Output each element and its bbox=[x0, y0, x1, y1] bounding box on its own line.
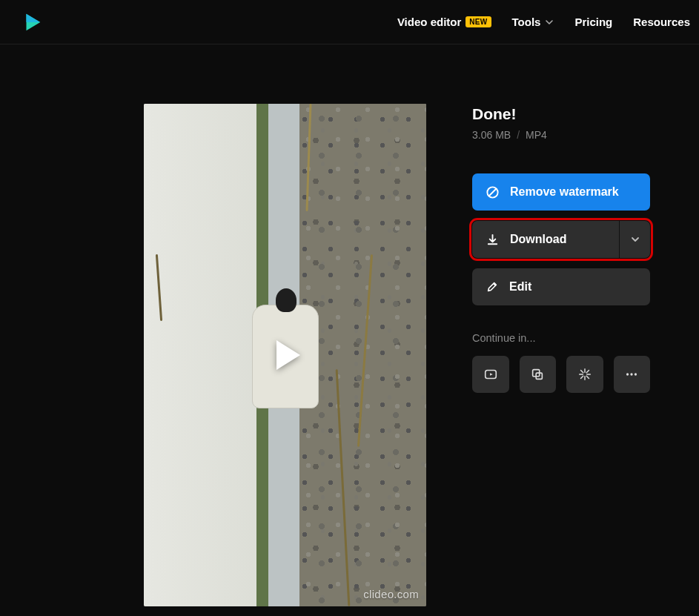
overlap-squares-icon bbox=[530, 367, 545, 382]
dots-horizontal-icon bbox=[624, 367, 639, 382]
play-logo-icon bbox=[21, 11, 43, 33]
file-size: 3.06 MB bbox=[472, 129, 511, 141]
header: Video editor NEW Tools Pricing Resources bbox=[0, 0, 699, 44]
main: clideo.com Done! 3.06 MB / MP4 Remove wa… bbox=[0, 44, 699, 606]
play-button[interactable] bbox=[144, 104, 426, 606]
button-label: Download bbox=[510, 233, 566, 246]
nav-resources[interactable]: Resources bbox=[633, 16, 690, 28]
file-format: MP4 bbox=[526, 129, 547, 141]
meta-separator: / bbox=[517, 129, 520, 141]
nav-label: Tools bbox=[512, 16, 541, 28]
chevron-down-icon bbox=[630, 234, 640, 245]
badge-new: NEW bbox=[466, 16, 491, 27]
top-nav: Video editor NEW Tools Pricing Resources bbox=[397, 16, 690, 28]
nav-label: Resources bbox=[633, 16, 690, 28]
no-symbol-icon bbox=[486, 185, 500, 199]
continue-option-play[interactable] bbox=[472, 356, 509, 393]
file-meta: 3.06 MB / MP4 bbox=[472, 129, 650, 141]
pencil-icon bbox=[486, 280, 499, 294]
play-icon bbox=[276, 340, 300, 370]
download-icon bbox=[486, 233, 500, 247]
button-label: Remove watermark bbox=[510, 185, 619, 199]
nav-label: Pricing bbox=[574, 16, 612, 28]
remove-watermark-button[interactable]: Remove watermark bbox=[472, 173, 650, 211]
page-title: Done! bbox=[472, 105, 650, 123]
svg-line-1 bbox=[489, 188, 497, 196]
svg-point-7 bbox=[635, 373, 637, 375]
svg-point-5 bbox=[626, 373, 629, 375]
video-preview[interactable]: clideo.com bbox=[144, 104, 426, 606]
arrows-in-icon bbox=[577, 367, 592, 382]
nav-tools[interactable]: Tools bbox=[512, 16, 554, 28]
download-button[interactable]: Download bbox=[472, 221, 619, 258]
play-rect-icon bbox=[483, 367, 498, 382]
continue-option-merge[interactable] bbox=[520, 356, 557, 393]
download-options-button[interactable] bbox=[619, 221, 650, 258]
edit-button[interactable]: Edit bbox=[472, 268, 650, 305]
svg-point-6 bbox=[631, 373, 633, 375]
nav-label: Video editor bbox=[397, 16, 461, 28]
nav-pricing[interactable]: Pricing bbox=[574, 16, 612, 28]
continue-row bbox=[472, 356, 650, 393]
result-panel: Done! 3.06 MB / MP4 Remove watermark Dow… bbox=[472, 104, 650, 606]
button-label: Edit bbox=[509, 280, 531, 294]
continue-option-more[interactable] bbox=[614, 356, 651, 393]
continue-option-compress[interactable] bbox=[566, 356, 603, 393]
chevron-down-icon bbox=[545, 18, 554, 27]
logo[interactable] bbox=[21, 11, 43, 33]
download-button-group: Download bbox=[472, 221, 650, 258]
continue-label: Continue in... bbox=[472, 332, 650, 344]
nav-video-editor[interactable]: Video editor NEW bbox=[397, 16, 491, 28]
